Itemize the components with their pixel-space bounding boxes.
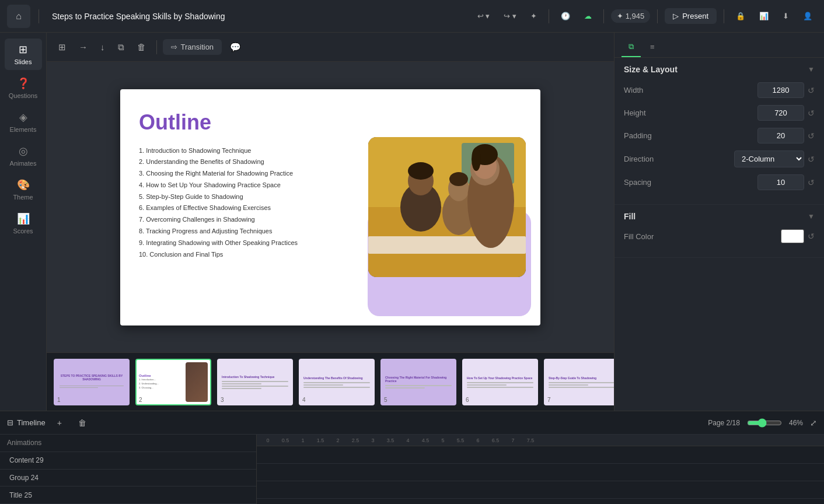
list-item: 6. Examples of Effective Shadowing Exerc… [139,202,335,214]
timeline-expand-button[interactable]: ⤢ [810,418,817,428]
timeline-delete-button[interactable]: 🗑 [74,415,91,431]
delete-button[interactable]: 🗑 [132,38,151,55]
spacing-reset[interactable]: ↺ [808,178,815,187]
home-icon: ⌂ [16,11,22,22]
slide-thumb-6[interactable]: How To Set Up Your Shadowing Practice Sp… [462,359,538,405]
height-row: Height ↺ [624,105,815,121]
svg-point-6 [408,162,434,180]
direction-row: Direction 2-Column 1-Column 3-Column ↺ [624,150,815,167]
analytics-button[interactable]: 📊 [755,8,773,24]
present-button[interactable]: ▷ Present [665,8,717,24]
move-right-button[interactable]: → [74,38,92,55]
height-label: Height [624,108,757,117]
slide-num-1: 1 [57,397,61,403]
ruler: 0 0.5 1 1.5 2 2.5 3 3.5 4 4.5 5 5.5 6 6.… [257,435,824,446]
width-input[interactable] [757,82,804,98]
page-indicator: Page 2/18 [708,419,740,427]
fill-chevron: ▼ [808,212,815,220]
transition-button[interactable]: ⇨ Transition [163,39,222,55]
sidebar-label-scores: Scores [13,228,33,235]
fill-color-label: Fill Color [624,232,781,241]
sliders-icon: ⧉ [629,42,634,51]
slide-thumb-5[interactable]: Choosing The Right Material For Shadowin… [380,359,456,405]
slide-thumb-inner-2: Outline 1. Introduction... 2. Understand… [137,360,210,404]
timeline-icon: ⊟ [7,418,13,427]
track-content29 [257,446,824,464]
anim-item-title25[interactable]: Title 25 [0,487,256,504]
slide-toolbar: ⊞ → ↓ ⧉ 🗑 ⇨ Transition 💬 [47,33,614,62]
sidebar-item-slides[interactable]: ⊞ Slides [5,38,42,70]
size-layout-header[interactable]: Size & Layout ▼ [624,65,815,74]
list-item: 3. Choosing the Right Material for Shado… [139,168,335,180]
download-button[interactable]: ⬇ [778,8,794,24]
slide-thumb-inner-3: Introduction To Shadowing Technique [218,360,292,404]
sidebar-item-animates[interactable]: ◎ Animates [5,140,42,172]
sidebar-item-scores[interactable]: 📊 Scores [5,208,42,239]
padding-reset[interactable]: ↺ [808,131,815,141]
comment-button[interactable]: 💬 [225,38,246,56]
slide-thumb-1[interactable]: STEPS TO PRACTICE SPEAKING SKILLS BY SHA… [54,359,130,405]
zoom-level: 46% [789,419,803,427]
height-reset[interactable]: ↺ [808,108,815,118]
panel-tab-text[interactable]: ≡ [643,37,662,57]
sidebar-item-elements[interactable]: ◈ Elements [5,106,42,138]
padding-label: Padding [624,131,757,140]
present-icon: ▷ [673,12,679,20]
sidebar-label-animates: Animates [10,160,37,167]
fill-header[interactable]: Fill ▼ [624,212,815,221]
list-item: 4. How to Set Up Your Shadowing Practice… [139,180,335,191]
redo-button[interactable]: ↪ ▾ [499,8,521,24]
move-down-button[interactable]: ↓ [96,38,110,55]
sidebar-item-questions[interactable]: ❓ Questions [5,72,42,104]
topbar-actions: ↩ ▾ ↪ ▾ ✦ 🕐 ☁ ✦ 1,945 ▷ Present 🔒 📊 ⬇ 👤 [473,8,817,24]
left-sidebar: ⊞ Slides ❓ Questions ◈ Elements ◎ Animat… [0,33,47,411]
padding-input[interactable] [757,128,804,144]
center-area: ⊞ → ↓ ⧉ 🗑 ⇨ Transition 💬 Outline 1. Intr… [47,33,614,411]
slide-thumb-3[interactable]: Introduction To Shadowing Technique 3 [217,359,293,405]
account-button[interactable]: 👤 [798,8,817,24]
height-input[interactable] [757,105,804,121]
anim-item-content29[interactable]: Content 29 [0,452,256,470]
filmstrip[interactable]: STEPS TO PRACTICE SPEAKING SKILLS BY SHA… [47,352,614,411]
slide-thumb-7[interactable]: Step-By-Step Guide To Shadowing 7 [544,359,614,405]
slide-num-6: 6 [466,397,469,403]
home-button[interactable]: ⌂ [7,5,30,28]
width-reset[interactable]: ↺ [808,86,815,95]
slide-thumb-2[interactable]: Outline 1. Introduction... 2. Understand… [135,359,211,405]
fill-color-reset[interactable]: ↺ [808,232,815,241]
track-title25 [257,481,824,499]
direction-select[interactable]: 2-Column 1-Column 3-Column [734,150,804,167]
list-item: 7. Overcoming Challenges in Shadowing [139,214,335,226]
svg-point-9 [449,172,468,186]
history-button[interactable]: 🕐 [556,8,575,24]
cloud-button[interactable]: ☁ [579,8,596,24]
timeline-add-button[interactable]: + [53,415,67,431]
size-layout-section: Size & Layout ▼ Width ↺ Height ↺ Padding… [614,58,824,205]
theme-icon: 🎨 [17,178,30,191]
canvas-area[interactable]: Outline 1. Introduction to Shadowing Tec… [47,62,614,352]
sidebar-label-elements: Elements [10,126,37,133]
direction-label: Direction [624,155,734,163]
undo-button[interactable]: ↩ ▾ [473,8,495,24]
anim-item-group24[interactable]: Group 24 [0,470,256,487]
slide-thumb-4[interactable]: Understanding The Benefits Of Shadowing … [299,359,375,405]
bottom-area: ⊟ Timeline + 🗑 Page 2/18 46% ⤢ Animation… [0,411,824,504]
lock-button[interactable]: 🔒 [731,8,750,24]
layout-button[interactable]: ⊞ [54,38,71,56]
slide-num-3: 3 [221,397,224,403]
fill-color-swatch[interactable] [781,229,804,243]
animations-header: Animations [0,435,256,452]
divider2 [603,9,604,23]
slides-icon: ⊞ [19,43,27,56]
size-layout-chevron: ▼ [808,65,815,74]
spacing-input[interactable] [757,174,804,190]
sidebar-item-theme[interactable]: 🎨 Theme [5,174,42,205]
topbar: ⌂ Steps to Practice Speaking Skills by S… [0,0,824,33]
direction-reset[interactable]: ↺ [808,155,815,164]
divider [549,9,549,23]
ai-button[interactable]: ✦ [526,8,542,24]
duplicate-button[interactable]: ⧉ [113,38,129,56]
toolbar-divider [156,40,157,54]
panel-tab-sliders[interactable]: ⧉ [622,37,641,57]
zoom-slider[interactable] [747,418,782,428]
